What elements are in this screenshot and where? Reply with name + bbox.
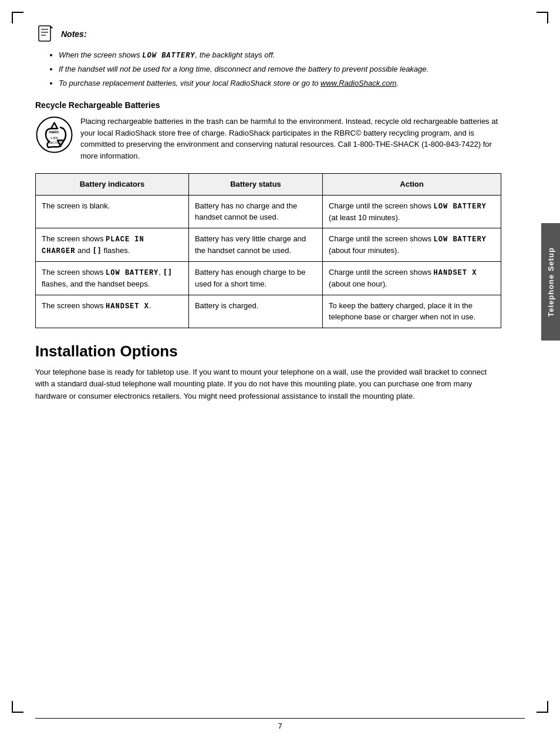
corner-mark-bl (12, 701, 23, 713)
battery-table-body: The screen is blank. Battery has no char… (36, 195, 501, 328)
svg-text:2-RECYCLE: 2-RECYCLE (47, 141, 62, 144)
low-battery-mono-1: LOW BATTERY (142, 52, 195, 60)
row4-indicator: The screen shows HANDSET X. (36, 295, 189, 328)
notes-item-2: If the handset will not be used for a lo… (59, 63, 501, 75)
corner-mark-tr (537, 12, 548, 23)
notes-item-1: When the screen shows LOW BATTERY, the b… (59, 49, 501, 61)
installation-text: Your telephone base is ready for tableto… (35, 366, 501, 403)
col-header-status: Battery status (188, 174, 322, 196)
row3-indicator: The screen shows LOW BATTERY, [] flashes… (36, 262, 189, 295)
low-battery-mono-r2: LOW BATTERY (434, 235, 487, 244)
row1-status: Battery has no charge and the handset ca… (188, 195, 322, 228)
notes-item-3: To purchase replacement batteries, visit… (59, 78, 501, 89)
side-tab: Telephone Setup (541, 223, 560, 341)
page: Telephone Setup Notes: When th (0, 0, 560, 748)
notes-section: Notes: When the screen shows LOW BATTERY… (35, 23, 501, 89)
installation-section: Installation Options Your telephone base… (35, 342, 501, 403)
row2-status: Battery has very little charge and the h… (188, 228, 322, 262)
recycle-heading: Recycle Rechargeable Batteries (35, 100, 501, 110)
installation-title: Installation Options (35, 342, 501, 360)
table-row: The screen is blank. Battery has no char… (36, 195, 501, 228)
notes-title: Notes: (61, 29, 87, 39)
side-tab-label: Telephone Setup (546, 247, 555, 317)
handset-x-mono-r3: HANDSET X (434, 269, 477, 277)
corner-mark-tl (12, 12, 23, 23)
battery-table: Battery indicators Battery status Action… (35, 173, 501, 328)
row1-action: Charge until the screen shows LOW BATTER… (323, 195, 501, 228)
corner-mark-br (537, 701, 548, 713)
row1-indicator: The screen is blank. (36, 195, 189, 228)
row4-status: Battery is charged. (188, 295, 322, 328)
main-content: Notes: When the screen shows LOW BATTERY… (35, 23, 525, 403)
recycle-section: Recycle Rechargeable Batteries (35, 100, 501, 161)
table-header-row: Battery indicators Battery status Action (36, 174, 501, 196)
recycle-logo: RBRC 1-800 2-RECYCLE (35, 116, 73, 154)
row2-indicator: The screen shows PLACE IN CHARGER and []… (36, 228, 189, 262)
row3-action: Charge until the screen shows HANDSET X … (323, 262, 501, 295)
notes-icon (35, 23, 56, 45)
battery-table-head: Battery indicators Battery status Action (36, 174, 501, 196)
recycle-text: Placing rechargeable batteries in the tr… (80, 116, 501, 161)
recycle-content: RBRC 1-800 2-RECYCLE Placing rechargeabl… (35, 116, 501, 161)
svg-rect-0 (39, 26, 50, 41)
table-row: The screen shows HANDSET X. Battery is c… (36, 295, 501, 328)
svg-text:1-800: 1-800 (50, 136, 58, 140)
col-header-indicators: Battery indicators (36, 174, 189, 196)
notes-list: When the screen shows LOW BATTERY, the b… (35, 49, 501, 89)
low-battery-mono-r1: LOW BATTERY (434, 203, 487, 211)
notes-header: Notes: (35, 23, 501, 45)
low-battery-mono-r3a: LOW BATTERY (106, 269, 158, 277)
table-row: The screen shows LOW BATTERY, [] flashes… (36, 262, 501, 295)
page-footer: 7 (0, 722, 560, 730)
row3-status: Battery has enough charge to be used for… (188, 262, 322, 295)
radioshack-link[interactable]: www.RadioShack.com (321, 79, 396, 87)
footer-line (35, 718, 525, 719)
handset-x-mono-r4: HANDSET X (106, 302, 149, 311)
col-header-action: Action (323, 174, 501, 196)
page-number: 7 (278, 722, 282, 730)
svg-text:RBRC: RBRC (49, 130, 60, 134)
row4-action: To keep the battery charged, place it in… (323, 295, 501, 328)
table-row: The screen shows PLACE IN CHARGER and []… (36, 228, 501, 262)
row2-action: Charge until the screen shows LOW BATTER… (323, 228, 501, 262)
